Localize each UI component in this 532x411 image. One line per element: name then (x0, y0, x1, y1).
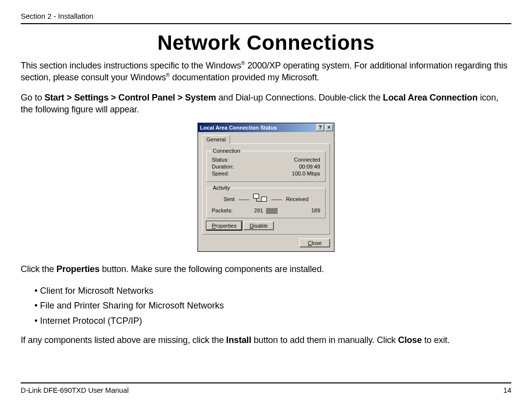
text: button. Make sure the following componen… (100, 264, 324, 274)
btn-label: lose (312, 240, 322, 246)
text: to exit. (422, 335, 450, 345)
close-bold: Close (398, 335, 422, 345)
duration-label: Duration: (212, 164, 234, 170)
duration-value: 00:09:49 (299, 164, 320, 170)
click-properties-paragraph: Click the Properties button. Make sure t… (21, 263, 511, 275)
tab-general[interactable]: General (202, 135, 230, 144)
page-title: Network Connections (21, 31, 511, 55)
lac-status-dialog: Local Area Connection Status ? × General… (198, 123, 334, 251)
group-label: Connection (212, 148, 241, 154)
close-x-button[interactable]: × (325, 124, 333, 131)
text: documentation provided my Microsoft. (170, 72, 320, 82)
packets-sent: 281 (254, 207, 263, 213)
status-label: Status: (212, 157, 229, 163)
missing-components-paragraph: If any components listed above are missi… (21, 334, 511, 346)
dash: —— (271, 196, 282, 202)
btn-label: roperties (215, 223, 236, 229)
lac-bold: Local Area Connection (383, 93, 477, 103)
nav-paragraph: Go to Start > Settings > Control Panel >… (21, 92, 511, 116)
list-item: File and Printer Sharing for Microsoft N… (34, 298, 511, 313)
connection-group: Connection Status:Connected Duration:00:… (206, 148, 326, 182)
section-header: Section 2 - Installation (21, 12, 511, 24)
dash: —— (238, 196, 249, 202)
dialog-title: Local Area Connection Status (200, 125, 315, 131)
footer-left: D-Link DFE-690TXD User Manual (21, 386, 129, 394)
received-label: Received (286, 196, 308, 202)
list-item: Internet Protocol (TCP/IP) (34, 313, 511, 329)
disable-button[interactable]: Disable (243, 221, 274, 230)
text: Go to (21, 93, 44, 103)
text: This section includes instructions speci… (21, 61, 241, 70)
properties-bold: Properties (57, 264, 100, 274)
components-list: Client for Microsoft Networks File and P… (34, 283, 511, 329)
close-button[interactable]: Close (299, 239, 330, 247)
group-label: Activity (212, 185, 231, 191)
text: button to add them in manually. Click (251, 335, 398, 345)
divider (266, 208, 278, 214)
text: Click the (21, 264, 57, 274)
network-activity-icon (253, 194, 267, 205)
activity-group: Activity Sent —— —— Received Packets: 28… (206, 185, 326, 218)
btn-label: isable (254, 223, 268, 229)
registered-mark: ® (166, 72, 170, 78)
install-bold: Install (226, 335, 251, 345)
text: and Dial-up Connections. Double-click th… (216, 93, 383, 103)
packets-label: Packets: (212, 207, 248, 214)
speed-label: Speed: (212, 171, 229, 176)
properties-button[interactable]: Properties (206, 221, 242, 230)
intro-paragraph: This section includes instructions speci… (21, 60, 511, 84)
list-item: Client for Microsoft Networks (34, 283, 511, 299)
nav-path: Start > Settings > Control Panel > Syste… (44, 93, 216, 103)
packets-received: 189 (284, 207, 320, 214)
sent-label: Sent (224, 196, 235, 202)
text: If any components listed above are missi… (21, 335, 226, 345)
status-value: Connected (294, 157, 320, 163)
footer-page-number: 14 (503, 386, 511, 394)
page-footer: D-Link DFE-690TXD User Manual 14 (21, 382, 511, 394)
dialog-titlebar[interactable]: Local Area Connection Status ? × (198, 123, 334, 132)
speed-value: 100.0 Mbps (292, 171, 320, 176)
help-button[interactable]: ? (316, 124, 324, 131)
